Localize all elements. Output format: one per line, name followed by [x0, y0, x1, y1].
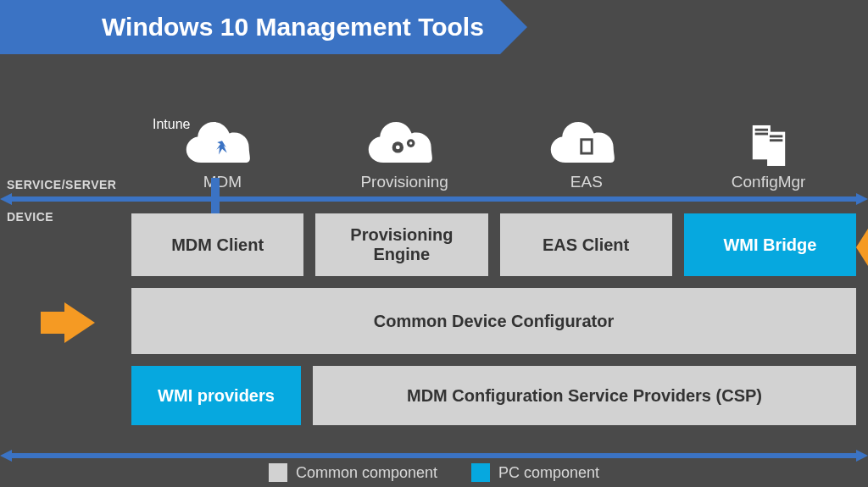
svg-rect-12: [770, 139, 782, 141]
box-provisioning-engine: Provisioning Engine: [315, 213, 487, 276]
legend-pc-label: PC component: [498, 464, 599, 482]
orange-arrow-right: [856, 229, 868, 266]
label-service-server: SERVICE/SERVER: [7, 178, 116, 191]
box-eas-client: EAS Client: [500, 213, 672, 276]
swatch-common-icon: [269, 463, 287, 482]
device-area: MDM Client Provisioning Engine EAS Clien…: [131, 213, 856, 437]
box-wmi-bridge: WMI Bridge: [684, 213, 856, 276]
legend-pc: PC component: [471, 463, 599, 482]
svg-point-4: [409, 141, 412, 144]
swatch-pc-icon: [471, 463, 490, 482]
service-eas: EAS: [496, 120, 678, 191]
divider-arrow-bottom: [0, 450, 868, 462]
box-common-device-configurator: Common Device Configurator: [131, 288, 856, 354]
svg-rect-9: [754, 129, 767, 131]
service-eas-label: EAS: [570, 173, 603, 191]
service-provisioning-label: Provisioning: [360, 173, 448, 191]
service-provisioning: Provisioning: [314, 120, 496, 191]
box-wmi-providers: WMI providers: [131, 366, 301, 425]
cloud-office-icon: [546, 120, 627, 169]
divider-arrow-top: [0, 193, 868, 205]
servers-icon: [728, 120, 810, 169]
svg-rect-10: [754, 133, 767, 136]
cloud-icon: [181, 120, 263, 169]
legend-common: Common component: [269, 463, 437, 482]
orange-arrow-left: [64, 302, 95, 343]
title-banner: Windows 10 Management Tools: [0, 0, 500, 54]
cloud-gears-icon: [364, 120, 445, 169]
box-mdm-csp: MDM Configuration Service Providers (CSP…: [313, 366, 856, 425]
svg-rect-6: [582, 141, 591, 152]
svg-point-2: [396, 145, 400, 149]
service-configmgr: ConfigMgr: [677, 120, 860, 191]
legend: Common component PC component: [0, 463, 868, 482]
box-mdm-client: MDM Client: [131, 213, 303, 276]
page-title: Windows 10 Management Tools: [102, 13, 484, 42]
svg-rect-11: [770, 135, 782, 137]
legend-common-label: Common component: [296, 464, 437, 482]
label-device: DEVICE: [7, 210, 53, 224]
service-configmgr-label: ConfigMgr: [732, 173, 806, 191]
service-row: Intune MDM Provisioning EAS: [131, 91, 860, 191]
